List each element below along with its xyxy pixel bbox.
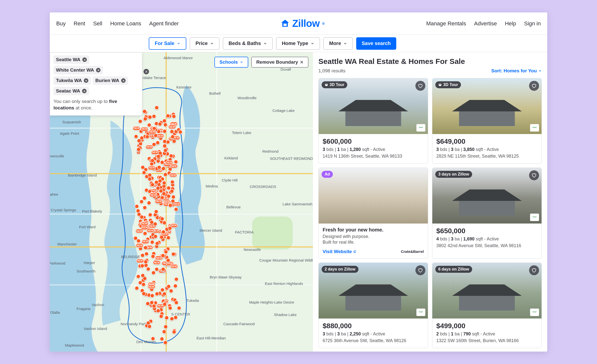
map-pin[interactable]	[140, 136, 144, 140]
remove-tag-icon[interactable]	[96, 68, 100, 72]
listing-card[interactable]: 3 days on Zillow 〰 $650,000 4 bds | 3 ba…	[432, 168, 542, 259]
ad-card[interactable]: Ad Fresh for your new home. Designed wit…	[318, 168, 428, 259]
map-pin[interactable]	[133, 236, 138, 240]
remove-tag-icon[interactable]	[84, 78, 88, 83]
map-pin-new[interactable]: NEW	[170, 164, 178, 168]
map-pin[interactable]	[163, 324, 168, 329]
search-tag[interactable]: Seatac WA	[53, 87, 89, 95]
map-pin[interactable]	[155, 140, 160, 145]
map-pin[interactable]	[174, 277, 179, 281]
map-pin[interactable]	[139, 199, 144, 204]
map-pin[interactable]	[162, 144, 167, 148]
remove-tag-icon[interactable]	[82, 89, 87, 93]
map-pin-new[interactable]: NEW	[147, 228, 154, 233]
map-pin[interactable]	[145, 135, 149, 139]
map-pin[interactable]	[140, 264, 145, 268]
map-pin[interactable]	[160, 288, 165, 292]
map-pin[interactable]	[141, 282, 146, 287]
map-pin-new[interactable]: NEW	[145, 145, 153, 149]
map-pin[interactable]	[172, 114, 176, 119]
nav-sign-in[interactable]: Sign in	[524, 20, 541, 27]
map-pin[interactable]	[142, 170, 146, 175]
favorite-button[interactable]	[529, 81, 539, 91]
map-pin[interactable]	[150, 240, 154, 244]
filter-for-sale[interactable]: For Sale	[149, 37, 186, 50]
map-pin-new[interactable]: NEW	[151, 150, 159, 155]
map-pin[interactable]	[144, 260, 148, 264]
map-pin[interactable]	[166, 194, 171, 198]
map-pin[interactable]	[177, 306, 181, 310]
map-pin[interactable]	[166, 284, 171, 289]
map-pin[interactable]	[144, 252, 149, 256]
map-pin-new[interactable]: NEW	[148, 166, 156, 170]
map-pin[interactable]	[161, 253, 165, 258]
map-pin[interactable]	[161, 166, 166, 171]
map-pin[interactable]	[156, 309, 160, 313]
map-pin[interactable]	[148, 115, 152, 119]
nav-agent-finder[interactable]: Agent finder	[149, 20, 179, 27]
map-pin[interactable]	[161, 267, 165, 272]
save-search-button[interactable]: Save search	[356, 37, 396, 50]
map-pin[interactable]	[166, 258, 170, 263]
brand-logo[interactable]: Zillow®	[280, 18, 325, 29]
map-pin[interactable]	[161, 230, 166, 234]
filter-price[interactable]: Price	[190, 37, 219, 50]
map-pin[interactable]	[152, 114, 156, 119]
map-pin[interactable]	[154, 267, 159, 272]
map-pin-new[interactable]: NEW	[148, 130, 156, 134]
map-pin[interactable]	[154, 209, 158, 214]
map-pin[interactable]	[150, 158, 155, 163]
map-pin-new[interactable]: NEW	[170, 264, 178, 269]
map-pin-new[interactable]: NEW	[141, 222, 149, 226]
map-pin[interactable]	[147, 201, 151, 205]
search-tag[interactable]: White Center WA	[53, 66, 103, 74]
map-pin[interactable]	[169, 289, 173, 293]
map-pin[interactable]	[135, 286, 139, 290]
map-pin[interactable]	[160, 217, 164, 221]
map-pin[interactable]	[166, 235, 171, 240]
map-pin[interactable]	[159, 235, 164, 239]
map-pin[interactable]	[138, 119, 143, 124]
map-pin[interactable]	[163, 123, 168, 127]
map-pin[interactable]	[151, 271, 156, 275]
clear-all-button[interactable]	[144, 69, 149, 74]
favorite-button[interactable]	[415, 81, 425, 91]
map-pin[interactable]	[148, 213, 152, 217]
map-pin-new[interactable]: NEW	[136, 243, 144, 248]
filter-more[interactable]: More	[323, 37, 353, 50]
favorite-button[interactable]	[415, 265, 425, 275]
map-pin-new[interactable]: NEW	[141, 239, 149, 244]
map-pin-new[interactable]: NEW	[148, 284, 155, 289]
map-pin[interactable]	[143, 231, 147, 236]
search-tag[interactable]: Burien WA	[93, 76, 128, 85]
schools-button[interactable]: Schools	[214, 57, 248, 68]
favorite-button[interactable]	[529, 265, 539, 275]
nav-buy[interactable]: Buy	[56, 20, 66, 27]
map-pin[interactable]	[141, 273, 145, 278]
map-pin[interactable]	[168, 306, 172, 310]
nav-home-loans[interactable]: Home Loans	[110, 20, 141, 27]
map-pin[interactable]	[153, 234, 158, 239]
search-tag[interactable]: Tukwila WA	[53, 76, 91, 85]
map-pin[interactable]	[174, 300, 179, 305]
map-pin[interactable]	[146, 267, 150, 271]
map-pin[interactable]	[148, 177, 152, 181]
map-pin[interactable]	[135, 204, 139, 209]
map-pin[interactable]	[163, 172, 168, 177]
nav-help[interactable]: Help	[505, 20, 516, 27]
map-pin[interactable]	[162, 139, 167, 144]
map-pin[interactable]	[168, 203, 173, 208]
map-pin-new[interactable]: NEW	[153, 260, 161, 265]
sort-dropdown[interactable]: Sort: Homes for You	[491, 68, 542, 74]
filter-beds-baths[interactable]: Beds & Baths	[223, 37, 273, 50]
map-pin[interactable]	[136, 274, 141, 279]
map-pin[interactable]	[168, 226, 172, 230]
map-pin[interactable]	[143, 205, 147, 210]
map-pin[interactable]	[141, 165, 145, 170]
map-pin[interactable]	[162, 302, 167, 307]
map-pin-new[interactable]: NEW	[136, 259, 144, 263]
map-pin[interactable]	[162, 329, 166, 334]
map-pin[interactable]	[150, 293, 154, 298]
map-pin[interactable]	[136, 147, 141, 152]
map-pin[interactable]	[162, 119, 167, 123]
